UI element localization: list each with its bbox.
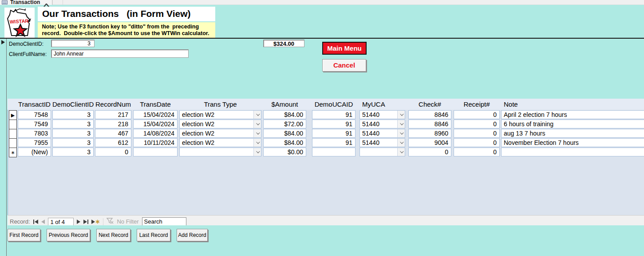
client-full-name-field[interactable]: John Annear — [51, 49, 189, 58]
cell-democlientid[interactable]: 3 — [52, 129, 94, 138]
next-record-icon[interactable] — [77, 220, 80, 224]
cell-amount[interactable]: $0.00 — [263, 148, 306, 156]
main-menu-button[interactable]: Main Menu — [322, 42, 367, 55]
column-header-amount[interactable]: $Amount — [263, 100, 306, 108]
cell-myuca-combobox[interactable]: 51440 — [360, 110, 405, 119]
dropdown-arrow-icon[interactable] — [397, 111, 405, 119]
tab-transaction[interactable]: Transaction — [0, 0, 52, 5]
cell-myuca-combobox[interactable] — [360, 148, 405, 156]
cell-transactid[interactable]: 7549 — [18, 120, 51, 128]
row-selector[interactable] — [9, 138, 17, 148]
column-header-transactid[interactable]: TransactID — [18, 100, 51, 108]
cell-receipt[interactable]: 0 — [454, 138, 500, 147]
new-record-icon[interactable]: ∗ — [91, 220, 100, 224]
row-selector[interactable] — [9, 129, 17, 139]
cell-recordnum[interactable]: 0 — [95, 148, 131, 156]
cell-recordnum[interactable]: 217 — [95, 110, 131, 119]
dropdown-arrow-icon[interactable] — [253, 148, 261, 156]
cell-check[interactable]: 9004 — [408, 138, 451, 147]
cell-receipt[interactable]: 0 — [454, 120, 500, 128]
dropdown-arrow-icon[interactable] — [397, 148, 405, 156]
cell-transtype-combobox[interactable]: election W2 — [179, 138, 261, 147]
dropdown-arrow-icon[interactable] — [397, 129, 405, 137]
cell-demoucaid[interactable]: 91 — [312, 120, 356, 128]
demo-client-id-field[interactable]: 3 — [51, 40, 95, 47]
cell-transtype-combobox[interactable]: election W2 — [179, 120, 261, 128]
column-header-myuca[interactable]: MyUCA — [360, 100, 405, 108]
last-record-icon[interactable] — [83, 220, 88, 224]
cell-demoucaid[interactable]: 91 — [312, 129, 356, 138]
cell-receipt[interactable]: 0 — [454, 110, 500, 119]
cell-transtype-combobox[interactable]: election W2 — [179, 129, 261, 138]
total-amount-field[interactable]: $324.00 — [263, 40, 304, 47]
cell-transactid[interactable]: (New) — [18, 148, 51, 156]
dropdown-arrow-icon[interactable] — [253, 120, 261, 128]
cell-transactid[interactable]: 7955 — [18, 138, 51, 147]
dropdown-arrow-icon[interactable] — [397, 139, 405, 147]
cell-demoucaid[interactable] — [312, 148, 356, 156]
column-header-demoucaid[interactable]: DemoUCAID — [312, 100, 356, 108]
cell-amount[interactable]: $84.00 — [263, 129, 306, 138]
next-record-button[interactable]: Next Record — [96, 229, 130, 241]
cell-transdate[interactable]: 10/11/2024 — [133, 138, 178, 147]
cell-transtype-combobox[interactable] — [179, 148, 261, 156]
cancel-button[interactable]: Cancel — [322, 59, 366, 72]
cell-democlientid[interactable]: 3 — [52, 120, 94, 128]
previous-record-button[interactable]: Previous Record — [47, 229, 90, 241]
column-header-check[interactable]: Check# — [408, 100, 451, 108]
filter-icon[interactable] — [107, 218, 114, 226]
cell-recordnum[interactable]: 612 — [95, 138, 131, 147]
row-selector[interactable] — [9, 120, 17, 129]
cell-receipt[interactable]: 0 — [454, 148, 500, 156]
cell-democlientid[interactable]: 3 — [52, 110, 94, 119]
cell-demoucaid[interactable]: 91 — [312, 138, 356, 147]
cell-check[interactable]: 0 — [408, 148, 451, 156]
column-header-transdate[interactable]: TransDate — [133, 100, 178, 108]
cell-note[interactable]: April 2 election 7 hours — [501, 110, 644, 119]
column-header-receipt[interactable]: Receipt# — [454, 100, 500, 108]
cell-note[interactable]: aug 13 7 hours — [501, 129, 644, 138]
cell-amount[interactable]: $72.00 — [263, 120, 306, 128]
cell-transdate[interactable]: 15/04/2024 — [133, 110, 178, 119]
search-input[interactable] — [142, 217, 186, 225]
dropdown-arrow-icon[interactable] — [397, 120, 405, 128]
cell-myuca-combobox[interactable]: 51440 — [360, 138, 405, 147]
cell-transdate[interactable]: 15/04/2024 — [133, 120, 178, 128]
cell-note[interactable]: November Election 7 hours — [501, 138, 644, 147]
cell-recordnum[interactable]: 467 — [95, 129, 131, 138]
cell-myuca-combobox[interactable]: 51440 — [360, 120, 405, 128]
cell-recordnum[interactable]: 218 — [95, 120, 131, 128]
first-record-button[interactable]: First Record — [8, 229, 40, 241]
cell-transtype-combobox[interactable]: election W2 — [179, 110, 261, 119]
cell-check[interactable]: 8846 — [408, 110, 451, 119]
row-selector[interactable]: ▶ — [9, 110, 17, 120]
last-record-button[interactable]: Last Record — [137, 229, 170, 241]
cell-check[interactable]: 8960 — [408, 129, 451, 138]
cell-democlientid[interactable]: 3 — [52, 148, 94, 156]
cell-receipt[interactable]: 0 — [454, 129, 500, 138]
add-record-button[interactable]: Add Record — [177, 229, 208, 241]
cell-demoucaid[interactable]: 91 — [312, 110, 356, 119]
wistar-logo: WISTAR — [4, 8, 35, 39]
column-header-transtype[interactable]: Trans Type — [179, 100, 261, 108]
column-header-recordnum[interactable]: RecordNum — [95, 100, 131, 108]
cell-amount[interactable]: $84.00 — [263, 110, 306, 119]
cell-check[interactable]: 8846 — [408, 120, 451, 128]
previous-record-icon[interactable] — [41, 220, 45, 224]
cell-note[interactable] — [501, 148, 644, 156]
cell-note[interactable]: 6 hours of training — [501, 120, 644, 128]
dropdown-arrow-icon[interactable] — [253, 111, 261, 119]
cell-transdate[interactable] — [133, 148, 178, 156]
cell-transactid[interactable]: 7548 — [18, 110, 51, 119]
dropdown-arrow-icon[interactable] — [253, 129, 261, 137]
row-selector[interactable]: ∗ — [9, 148, 17, 157]
cell-amount[interactable]: $84.00 — [263, 138, 306, 147]
cell-transactid[interactable]: 7803 — [18, 129, 51, 138]
cell-democlientid[interactable]: 3 — [52, 138, 94, 147]
dropdown-arrow-icon[interactable] — [253, 139, 261, 147]
cell-transdate[interactable]: 14/08/2024 — [133, 129, 178, 138]
first-record-icon[interactable] — [33, 220, 38, 224]
column-header-note[interactable]: Note — [501, 100, 644, 108]
column-header-democlientid[interactable]: DemoClientID — [52, 100, 94, 108]
cell-myuca-combobox[interactable]: 51440 — [360, 129, 405, 138]
